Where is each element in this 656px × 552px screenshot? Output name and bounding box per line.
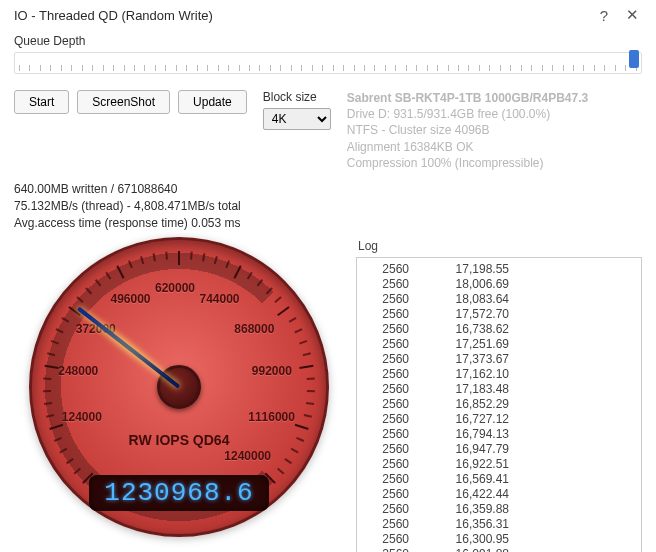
screenshot-button[interactable]: ScreenShot xyxy=(77,90,170,114)
log-row: 256016,569.41 xyxy=(365,472,633,487)
iops-gauge: 1240002480003720004960006200007440008680… xyxy=(29,237,329,537)
titlebar: IO - Threaded QD (Random Write) ? ✕ xyxy=(0,0,656,28)
gauge-tick-label: 496000 xyxy=(111,292,151,306)
log-row: 256017,251.69 xyxy=(365,337,633,352)
log-row: 256016,422.44 xyxy=(365,487,633,502)
log-row: 256016,922.51 xyxy=(365,457,633,472)
log-row: 256016,300.95 xyxy=(365,532,633,547)
log-row: 256017,162.10 xyxy=(365,367,633,382)
device-name: Sabrent SB-RKT4P-1TB 1000GB/R4PB47.3 xyxy=(347,90,588,106)
device-compression: Compression 100% (Incompressible) xyxy=(347,155,588,171)
gauge-unit: RW IOPS QD64 xyxy=(29,432,329,448)
log-row: 256017,183.48 xyxy=(365,382,633,397)
slider-handle[interactable] xyxy=(629,50,639,68)
window-title: IO - Threaded QD (Random Write) xyxy=(14,8,590,23)
queue-depth-label: Queue Depth xyxy=(14,34,642,48)
queue-depth-slider[interactable] xyxy=(14,52,642,74)
log-row: 256016,947.79 xyxy=(365,442,633,457)
log-box[interactable]: 256017,198.55256018,006.69256018,083.642… xyxy=(356,257,642,552)
stat-throughput: 75.132MB/s (thread) - 4,808.471MB/s tota… xyxy=(14,198,642,215)
stats-block: 640.00MB written / 671088640 75.132MB/s … xyxy=(14,181,642,231)
block-size-select[interactable]: 4K xyxy=(263,108,331,130)
log-title: Log xyxy=(358,239,642,253)
close-icon[interactable]: ✕ xyxy=(618,6,646,24)
device-alignment: Alignment 16384KB OK xyxy=(347,139,588,155)
gauge-tick-label: 248000 xyxy=(58,364,98,378)
gauge-readout: 1230968.6 xyxy=(89,475,269,511)
stat-written: 640.00MB written / 671088640 xyxy=(14,181,642,198)
log-row: 256016,738.62 xyxy=(365,322,633,337)
update-button[interactable]: Update xyxy=(178,90,247,114)
gauge-tick-label: 744000 xyxy=(199,292,239,306)
log-row: 256017,198.55 xyxy=(365,262,633,277)
device-drive: Drive D: 931.5/931.4GB free (100.0%) xyxy=(347,106,588,122)
device-fs: NTFS - Cluster size 4096B xyxy=(347,122,588,138)
log-row: 256016,091.88 xyxy=(365,547,633,552)
gauge-tick-label: 992000 xyxy=(252,364,292,378)
log-row: 256016,356.31 xyxy=(365,517,633,532)
log-row: 256018,006.69 xyxy=(365,277,633,292)
stat-access: Avg.access time (response time) 0.053 ms xyxy=(14,215,642,232)
log-row: 256018,083.64 xyxy=(365,292,633,307)
help-icon[interactable]: ? xyxy=(590,7,618,24)
device-info: Sabrent SB-RKT4P-1TB 1000GB/R4PB47.3 Dri… xyxy=(347,90,588,171)
gauge-tick-label: 1240000 xyxy=(224,449,271,463)
gauge-tick-label: 124000 xyxy=(62,410,102,424)
log-row: 256016,359.88 xyxy=(365,502,633,517)
log-row: 256017,572.70 xyxy=(365,307,633,322)
gauge-tick-label: 620000 xyxy=(155,281,195,295)
log-row: 256016,852.29 xyxy=(365,397,633,412)
gauge-tick-label: 868000 xyxy=(234,322,274,336)
block-size-label: Block size xyxy=(263,90,331,104)
log-row: 256016,727.12 xyxy=(365,412,633,427)
log-row: 256016,794.13 xyxy=(365,427,633,442)
gauge-tick-label: 1116000 xyxy=(248,410,295,424)
start-button[interactable]: Start xyxy=(14,90,69,114)
log-row: 256017,373.67 xyxy=(365,352,633,367)
